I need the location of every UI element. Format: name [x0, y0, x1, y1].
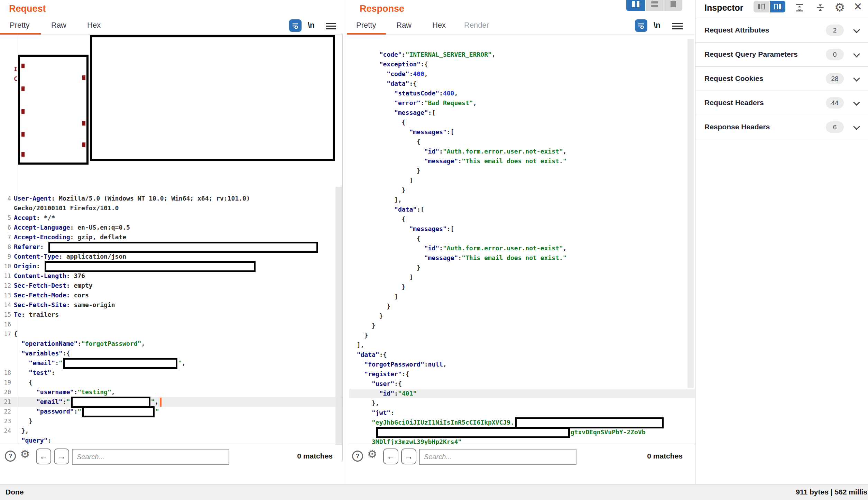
- code-line[interactable]: 3MDlfjx3mzwL39ybHp2Krs4": [349, 437, 695, 445]
- search-settings-gear-icon[interactable]: ⚙: [367, 448, 377, 460]
- code-line[interactable]: gtxvDEqnSVuPbY-2ZoVb: [349, 427, 695, 437]
- code-line[interactable]: }: [349, 311, 695, 321]
- code-line[interactable]: 7Accept-Encoding: gzip, deflate: [0, 232, 343, 242]
- code-line[interactable]: "messages":[: [349, 127, 695, 137]
- code-line[interactable]: "jwt":: [349, 408, 695, 418]
- code-line[interactable]: "id":"Auth.form.error.user.not-exist",: [349, 147, 695, 156]
- menu-icon[interactable]: [672, 21, 683, 30]
- code-line[interactable]: }: [349, 185, 695, 195]
- inspector-section-response-headers[interactable]: Response Headers6: [695, 115, 868, 139]
- inspector-dock-right-button[interactable]: [769, 1, 785, 12]
- chevron-down-icon[interactable]: [853, 75, 860, 82]
- chevron-down-icon[interactable]: [853, 50, 860, 57]
- code-line[interactable]: }: [349, 331, 695, 340]
- code-line[interactable]: "data":[: [349, 205, 695, 214]
- code-line[interactable]: 11Content-Length: 376: [0, 271, 343, 281]
- code-line[interactable]: 16: [0, 320, 343, 329]
- previous-match-button[interactable]: ←: [36, 448, 51, 464]
- code-line[interactable]: "query":: [0, 436, 343, 445]
- code-line[interactable]: {: [349, 118, 695, 127]
- code-line[interactable]: }: [349, 166, 695, 176]
- code-line[interactable]: 8Referer:: [0, 242, 343, 252]
- code-line[interactable]: "variables":{: [0, 349, 343, 358]
- code-line[interactable]: 17{: [0, 329, 343, 339]
- code-line[interactable]: ]: [349, 292, 695, 302]
- code-line[interactable]: 18 "test":: [0, 368, 343, 378]
- code-line[interactable]: 9Content-Type: application/json: [0, 252, 343, 261]
- code-line[interactable]: 13Sec-Fetch-Mode: cors: [0, 290, 343, 300]
- code-line[interactable]: }: [349, 302, 695, 311]
- tab-pretty[interactable]: Pretty: [10, 21, 29, 30]
- code-line[interactable]: }: [349, 263, 695, 272]
- show-newlines-toggle[interactable]: \n: [654, 21, 661, 30]
- code-line[interactable]: }: [349, 321, 695, 331]
- tab-render[interactable]: Render: [464, 21, 489, 30]
- code-line[interactable]: 12Sec-Fetch-Dest: empty: [0, 281, 343, 290]
- code-line[interactable]: "message":"This email does not exist.": [349, 156, 695, 166]
- code-line[interactable]: "statusCode":400,: [349, 89, 695, 98]
- inspector-dock-left-button[interactable]: [754, 1, 769, 12]
- panel-divider[interactable]: [345, 0, 345, 484]
- code-line[interactable]: ],: [349, 195, 695, 205]
- code-line[interactable]: }: [349, 282, 695, 292]
- layout-rows-button[interactable]: [645, 0, 664, 11]
- code-line[interactable]: "id":"Auth.form.error.user.not-exist",: [349, 243, 695, 253]
- request-scrollbar[interactable]: [335, 187, 342, 445]
- code-line[interactable]: ],: [349, 340, 695, 350]
- code-line[interactable]: 5Accept: */*: [0, 213, 343, 223]
- inspector-section-request-attributes[interactable]: Request Attributes2: [695, 18, 868, 43]
- code-line[interactable]: ]: [349, 176, 695, 185]
- tab-raw[interactable]: Raw: [396, 21, 412, 30]
- response-search-input[interactable]: [419, 449, 576, 465]
- code-line[interactable]: "email":"",: [0, 358, 343, 368]
- code-line[interactable]: "id":"401": [349, 389, 695, 398]
- inspector-settings-gear-icon[interactable]: ⚙: [834, 1, 845, 13]
- code-line[interactable]: "code":"INTERNAL_SERVER_ERROR",: [349, 50, 695, 59]
- code-line[interactable]: "message":[: [349, 108, 695, 118]
- code-line[interactable]: Gecko/20100101 Firefox/101.0: [0, 203, 343, 213]
- code-line[interactable]: "code":400,: [349, 69, 695, 79]
- code-line[interactable]: {: [349, 234, 695, 243]
- expand-all-icon[interactable]: [795, 3, 804, 12]
- help-icon[interactable]: ?: [5, 451, 16, 462]
- response-editor[interactable]: "code":"INTERNAL_SERVER_ERROR", "excepti…: [347, 35, 695, 445]
- code-line[interactable]: 23 }: [0, 416, 343, 426]
- chevron-down-icon[interactable]: [853, 123, 860, 130]
- code-line[interactable]: "exception":{: [349, 59, 695, 69]
- chevron-down-icon[interactable]: [853, 26, 860, 33]
- inspector-close-icon[interactable]: ×: [854, 0, 862, 14]
- code-line[interactable]: "data":{: [349, 350, 695, 360]
- code-line[interactable]: 19 {: [0, 378, 343, 387]
- tab-hex[interactable]: Hex: [432, 21, 446, 30]
- code-line[interactable]: "messages":[: [349, 224, 695, 234]
- tab-hex[interactable]: Hex: [87, 21, 101, 30]
- code-line[interactable]: 21 "email":"",: [0, 397, 343, 407]
- code-line[interactable]: 20 "username":"testing",: [0, 387, 343, 397]
- inspector-section-request-query-parameters[interactable]: Request Query Parameters0: [695, 43, 868, 67]
- show-newlines-toggle[interactable]: \n: [308, 21, 315, 30]
- request-search-input[interactable]: [72, 449, 229, 465]
- code-line[interactable]: 6Accept-Language: en-US,en;q=0.5: [0, 223, 343, 232]
- soft-wrap-button[interactable]: [635, 19, 647, 32]
- code-line[interactable]: "register":{: [349, 369, 695, 379]
- code-line[interactable]: 15Te: trailers: [0, 310, 343, 320]
- tab-raw[interactable]: Raw: [51, 21, 66, 30]
- soft-wrap-button[interactable]: [289, 19, 302, 32]
- request-editor[interactable]: IuZ04fNSzFULreqCGhxmOoQ8WXmtL44User-Agen…: [0, 35, 343, 445]
- code-line[interactable]: "message":"This email does not exist.": [349, 253, 695, 263]
- response-scrollbar[interactable]: [687, 39, 694, 388]
- menu-icon[interactable]: [326, 21, 336, 30]
- code-line[interactable]: "user":{: [349, 379, 695, 389]
- code-line[interactable]: "forgotPassword":null,: [349, 360, 695, 369]
- layout-single-button[interactable]: [664, 0, 682, 11]
- collapse-all-icon[interactable]: [816, 3, 825, 12]
- code-line[interactable]: {: [349, 214, 695, 224]
- tab-pretty[interactable]: Pretty: [356, 21, 376, 30]
- chevron-down-icon[interactable]: [853, 99, 860, 106]
- code-line[interactable]: 22 "password":"": [0, 407, 343, 416]
- code-line[interactable]: "error":"Bad Request",: [349, 98, 695, 108]
- code-line[interactable]: 10Origin:: [0, 261, 343, 271]
- next-match-button[interactable]: →: [54, 448, 69, 464]
- code-line[interactable]: {: [349, 137, 695, 147]
- previous-match-button[interactable]: ←: [383, 448, 398, 464]
